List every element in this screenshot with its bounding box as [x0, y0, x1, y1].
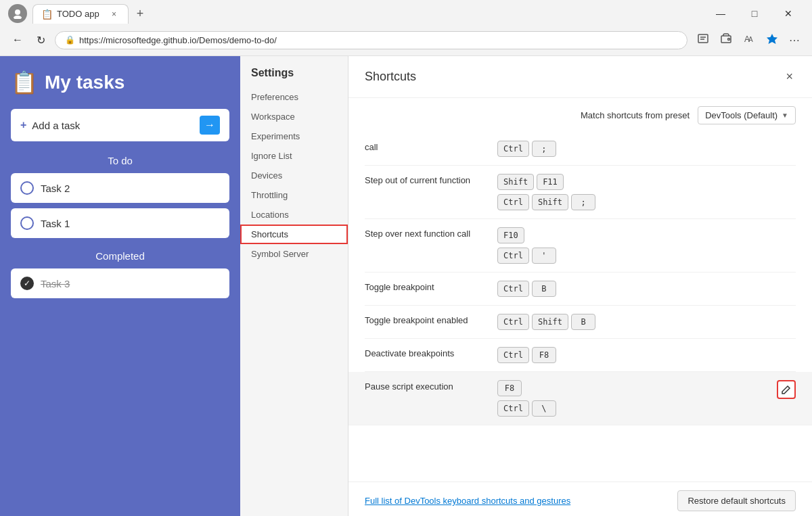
more-options-icon[interactable]: ⋯ — [785, 31, 804, 49]
preset-select[interactable]: DevTools (Default) ▼ — [698, 106, 796, 124]
shortcuts-body[interactable]: call Ctrl ; Step out of current function… — [348, 133, 812, 482]
shortcut-keys: Shift F11 Ctrl Shift ; — [497, 174, 796, 210]
edit-shortcut-button[interactable] — [777, 380, 796, 399]
settings-menu-item-experiments[interactable]: Experiments — [240, 126, 348, 146]
settings-menu-item-shortcuts[interactable]: Shortcuts — [240, 225, 348, 244]
reading-mode-icon[interactable] — [693, 30, 713, 50]
add-task-row[interactable]: + Add a task → — [11, 109, 229, 141]
key-row: Ctrl Shift B — [497, 314, 595, 330]
refresh-button[interactable]: ↻ — [32, 31, 49, 49]
shortcut-row-toggle-breakpoint: Toggle breakpoint Ctrl B — [365, 273, 796, 306]
settings-menu-item-ignore-list[interactable]: Ignore List — [240, 146, 348, 166]
tab-title: TODO app — [57, 9, 99, 19]
lock-icon: 🔒 — [65, 35, 75, 45]
tab-close-button[interactable]: × — [109, 9, 120, 20]
shortcut-keys: Ctrl F8 — [497, 347, 796, 363]
restore-shortcuts-button[interactable]: Restore default shortcuts — [677, 490, 796, 511]
completed-task-checkbox[interactable]: ✓ — [20, 277, 34, 290]
user-avatar[interactable] — [8, 4, 27, 23]
address-input-container[interactable]: 🔒 https://microsoftedge.github.io/Demos/… — [55, 31, 687, 49]
svg-point-1 — [14, 16, 22, 19]
svg-rect-2 — [698, 34, 708, 43]
svg-text:A: A — [748, 36, 753, 43]
settings-menu-item-workspace[interactable]: Workspace — [240, 107, 348, 126]
key-row: Ctrl ' — [497, 248, 556, 264]
key-b: B — [571, 314, 595, 330]
svg-point-0 — [15, 9, 20, 15]
shortcuts-header: Shortcuts × — [348, 56, 812, 98]
favorites-icon[interactable] — [762, 30, 782, 50]
shortcuts-close-button[interactable]: × — [783, 67, 796, 87]
key-f11: F11 — [537, 174, 564, 190]
shortcut-row-call: call Ctrl ; — [365, 133, 796, 166]
completed-section-title: Completed — [11, 250, 229, 262]
settings-menu-item-preferences[interactable]: Preferences — [240, 87, 348, 107]
task-checkbox[interactable] — [20, 181, 34, 195]
main-content: 📋 My tasks + Add a task → To do Task 2 T… — [0, 56, 812, 516]
key-shift: Shift — [532, 314, 568, 330]
todo-header: 📋 My tasks — [11, 70, 229, 95]
task-checkbox[interactable] — [20, 216, 34, 230]
key-row: Shift F11 — [497, 174, 564, 190]
preset-label: Match shortcuts from preset — [581, 110, 690, 120]
title-bar: 📋 TODO app × + — □ ✕ — [0, 0, 812, 27]
key-apostrophe: ' — [532, 248, 556, 264]
shortcuts-panel: Shortcuts × Match shortcuts from preset … — [348, 56, 812, 516]
new-tab-button[interactable]: + — [131, 5, 150, 22]
completed-task-label: Task 3 — [41, 278, 70, 289]
task-item[interactable]: Task 2 — [11, 173, 229, 203]
shortcut-row-deactivate: Deactivate breakpoints Ctrl F8 — [365, 339, 796, 372]
key-ctrl: Ctrl — [497, 248, 529, 264]
shortcut-keys: Ctrl ; — [497, 141, 796, 157]
shortcut-keys: Ctrl Shift B — [497, 314, 796, 330]
chevron-down-icon: ▼ — [782, 112, 788, 119]
shortcut-keys: F8 Ctrl \ — [497, 380, 632, 417]
task-item[interactable]: Task 1 — [11, 208, 229, 238]
key-f8: F8 — [497, 380, 522, 396]
key-ctrl: Ctrl — [497, 141, 529, 157]
browser-chrome: 📋 TODO app × + — □ ✕ ← ↻ 🔒 https://micro… — [0, 0, 812, 56]
wallet-icon[interactable] — [716, 30, 736, 50]
todo-section-title: To do — [11, 155, 229, 166]
todo-sidebar: 📋 My tasks + Add a task → To do Task 2 T… — [0, 56, 240, 516]
add-task-button[interactable]: → — [200, 116, 220, 135]
shortcuts-panel-title: Shortcuts — [365, 70, 416, 84]
maximize-button[interactable]: □ — [739, 4, 770, 23]
shortcut-keys: F10 Ctrl ' — [497, 227, 796, 264]
key-ctrl: Ctrl — [497, 281, 529, 297]
settings-panel: Settings Preferences Workspace Experimen… — [240, 56, 348, 516]
shortcut-row-pause: Pause script execution F8 Ctrl \ — [348, 372, 812, 425]
read-aloud-icon[interactable]: AA — [739, 30, 759, 50]
shortcut-keys: Ctrl B — [497, 281, 796, 297]
tab-favicon: 📋 — [41, 9, 53, 20]
shortcut-row-step-over: Step over next function call F10 Ctrl ' — [365, 219, 796, 273]
key-shift: Shift — [532, 194, 568, 210]
minimize-button[interactable]: — — [705, 4, 736, 23]
key-ctrl: Ctrl — [497, 347, 529, 363]
preset-value: DevTools (Default) — [705, 110, 777, 120]
settings-menu-item-throttling[interactable]: Throttling — [240, 185, 348, 205]
settings-menu-item-symbol-server[interactable]: Symbol Server — [240, 244, 348, 264]
svg-marker-9 — [767, 34, 777, 44]
active-tab[interactable]: 📋 TODO app × — [32, 4, 129, 24]
key-f8: F8 — [532, 347, 556, 363]
key-row: Ctrl \ — [497, 400, 556, 417]
shortcut-name: Deactivate breakpoints — [365, 347, 487, 360]
full-list-link[interactable]: Full list of DevTools keyboard shortcuts… — [365, 496, 570, 506]
shortcut-name: Step over next function call — [365, 227, 487, 241]
completed-task-item[interactable]: ✓ Task 3 — [11, 268, 229, 298]
key-row: Ctrl F8 — [497, 347, 556, 363]
settings-menu-item-devices[interactable]: Devices — [240, 166, 348, 185]
settings-menu-item-locations[interactable]: Locations — [240, 205, 348, 225]
settings-title: Settings — [240, 67, 348, 87]
key-row: Ctrl ; — [497, 141, 556, 157]
add-task-input[interactable]: Add a task — [32, 120, 194, 131]
key-row: F10 — [497, 227, 524, 243]
back-button[interactable]: ← — [8, 31, 27, 49]
close-window-button[interactable]: ✕ — [773, 4, 804, 23]
key-ctrl: Ctrl — [497, 400, 529, 417]
key-row: F8 — [497, 380, 522, 396]
key-ctrl: Ctrl — [497, 194, 529, 210]
todo-title: My tasks — [45, 72, 125, 93]
window-controls: — □ ✕ — [705, 4, 804, 23]
